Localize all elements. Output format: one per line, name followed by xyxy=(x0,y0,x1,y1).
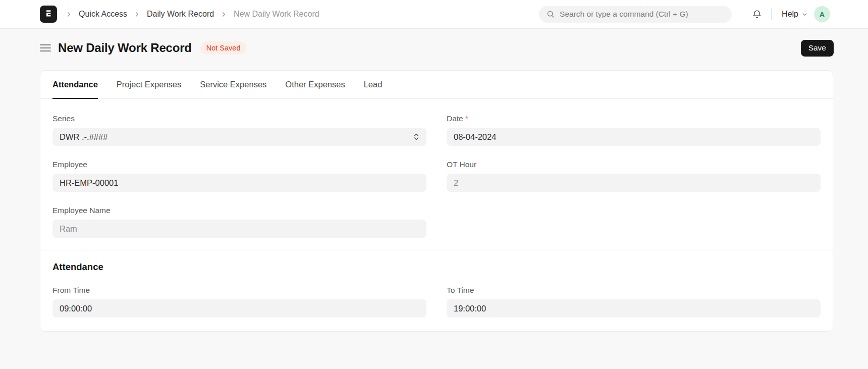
employee-name-input[interactable] xyxy=(52,220,426,238)
help-menu[interactable]: Help xyxy=(782,10,808,19)
date-field: Date * xyxy=(447,114,821,146)
help-label: Help xyxy=(782,10,798,19)
tab-project-expenses[interactable]: Project Expenses xyxy=(117,71,181,98)
breadcrumb-quick-access[interactable]: Quick Access xyxy=(79,10,127,19)
page-header: New Daily Work Record Not Saved Save xyxy=(0,38,868,58)
tab-attendance[interactable]: Attendance xyxy=(52,71,98,98)
employee-name-label: Employee Name xyxy=(52,206,426,215)
app-logo[interactable] xyxy=(40,6,57,23)
main-form-section: Series DWR .-.#### Date * xyxy=(40,99,833,250)
to-time-field: To Time xyxy=(447,286,821,318)
bell-icon xyxy=(751,9,763,20)
from-time-field: From Time xyxy=(52,286,426,318)
to-time-label: To Time xyxy=(447,286,821,295)
empty-grid-cell xyxy=(447,206,821,238)
series-label-text: Series xyxy=(52,114,75,123)
navbar-divider xyxy=(771,8,772,20)
chevron-right-icon xyxy=(220,11,228,18)
chevron-right-icon xyxy=(133,11,141,18)
series-label: Series xyxy=(52,114,426,123)
ot-hour-field: OT Hour xyxy=(447,160,821,192)
app-logo-icon xyxy=(43,8,53,20)
ot-hour-input[interactable] xyxy=(447,174,821,192)
breadcrumb: Quick Access Daily Work Record New Daily… xyxy=(65,10,319,19)
to-time-label-text: To Time xyxy=(447,286,474,295)
navbar: Quick Access Daily Work Record New Daily… xyxy=(0,0,868,29)
chevron-up-down-icon xyxy=(413,133,419,141)
chevron-down-icon xyxy=(801,11,808,18)
employee-name-label-text: Employee Name xyxy=(52,206,111,215)
notifications-button[interactable] xyxy=(751,9,763,20)
from-time-label: From Time xyxy=(52,286,426,295)
ot-hour-label-text: OT Hour xyxy=(447,160,476,169)
user-avatar[interactable]: A xyxy=(814,6,830,22)
date-label-text: Date xyxy=(447,114,463,123)
form-card: Attendance Project Expenses Service Expe… xyxy=(40,70,833,332)
to-time-input[interactable] xyxy=(447,299,821,318)
save-button[interactable]: Save xyxy=(801,40,834,57)
hamburger-icon xyxy=(40,43,51,52)
employee-field: Employee xyxy=(52,160,426,192)
status-badge: Not Saved xyxy=(200,41,247,55)
search-icon xyxy=(546,10,555,19)
tab-other-expenses[interactable]: Other Expenses xyxy=(285,71,345,98)
from-time-input[interactable] xyxy=(52,299,426,318)
employee-label: Employee xyxy=(52,160,426,169)
employee-name-field: Employee Name xyxy=(52,206,426,238)
employee-label-text: Employee xyxy=(52,160,87,169)
ot-hour-label: OT Hour xyxy=(447,160,821,169)
from-time-label-text: From Time xyxy=(52,286,90,295)
tab-service-expenses[interactable]: Service Expenses xyxy=(200,71,266,98)
chevron-right-icon xyxy=(65,11,73,18)
date-label: Date * xyxy=(447,114,821,123)
series-value: DWR .-.#### xyxy=(60,132,107,142)
breadcrumb-daily-work-record[interactable]: Daily Work Record xyxy=(147,10,214,19)
page-title: New Daily Work Record xyxy=(58,41,192,55)
attendance-section-title: Attendance xyxy=(52,261,821,273)
form-tabs: Attendance Project Expenses Service Expe… xyxy=(40,71,833,99)
sidebar-toggle-button[interactable] xyxy=(40,43,51,52)
avatar-letter: A xyxy=(820,10,825,19)
breadcrumb-current-page: New Daily Work Record xyxy=(234,10,319,19)
global-search[interactable] xyxy=(539,6,732,23)
series-select[interactable]: DWR .-.#### xyxy=(52,128,426,146)
attendance-section: Attendance From Time To Time xyxy=(40,250,833,331)
search-input[interactable] xyxy=(560,10,725,19)
series-field: Series DWR .-.#### xyxy=(52,114,426,146)
date-input[interactable] xyxy=(447,128,821,146)
required-marker: * xyxy=(465,114,468,123)
tab-lead[interactable]: Lead xyxy=(364,71,383,98)
employee-input[interactable] xyxy=(52,174,426,192)
